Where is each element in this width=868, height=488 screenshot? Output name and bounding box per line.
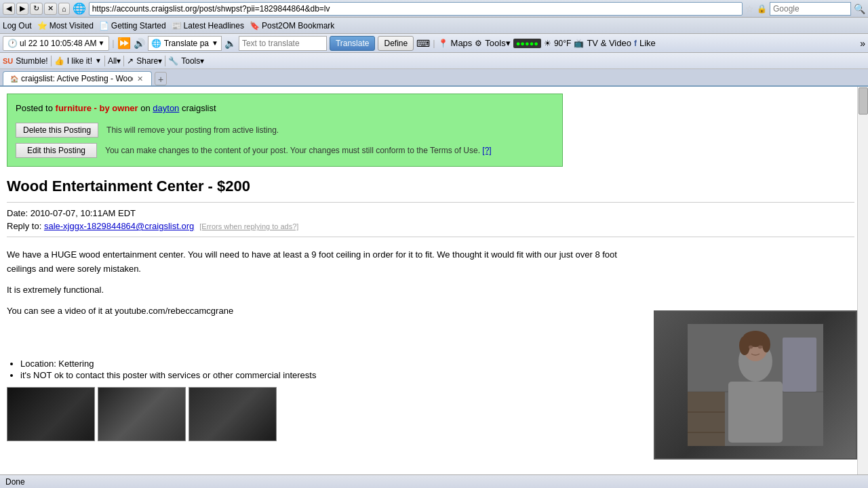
- site-text: craigslist: [179, 103, 216, 113]
- bookmark-getting-started[interactable]: 📄 Getting Started: [99, 21, 166, 30]
- translate-text-input[interactable]: [239, 36, 327, 51]
- category-link[interactable]: furniture: [56, 103, 92, 113]
- nav-buttons: ◀ ▶ ↻ ✕ ⌂: [3, 3, 70, 15]
- translate-dropdown[interactable]: 🌐 Translate pa ▼: [148, 36, 222, 51]
- city-link[interactable]: dayton: [153, 103, 179, 113]
- translate-flag-icon: 🌐: [151, 39, 161, 48]
- tv-icon: 📺: [574, 39, 584, 48]
- reply-to-row: Reply to: sale-xjggx-1829844864@craigsli…: [7, 221, 854, 231]
- tab-title: craigslist: Active Posting - Wood Ente..…: [21, 74, 133, 83]
- address-bar[interactable]: [89, 2, 743, 16]
- sun-icon: ☀: [544, 39, 551, 48]
- svg-point-8: [762, 336, 770, 352]
- ilike-button[interactable]: I like it!: [67, 56, 92, 66]
- edit-description: You can make changes to the content of y…: [105, 146, 492, 155]
- tab-close-button[interactable]: ✕: [136, 75, 144, 83]
- active-tab[interactable]: 🏠 craigslist: Active Posting - Wood Ente…: [3, 71, 152, 85]
- svg-point-7: [739, 336, 750, 355]
- sep5: [123, 56, 124, 66]
- audio-icon[interactable]: 🔊: [134, 38, 145, 49]
- home-button[interactable]: ⌂: [58, 3, 70, 15]
- time-display: 🕐 ul 22 10 10:05:48 AM ▼: [3, 36, 109, 51]
- ssl-icon: 🔒: [757, 4, 767, 14]
- tools2-icon: 🔧: [168, 56, 178, 66]
- thumbsup-icon: 👍: [54, 56, 64, 66]
- reply-email-link[interactable]: sale-xjggx-1829844864@craigslist.org: [44, 221, 194, 231]
- globe-icon: 🌐: [73, 2, 86, 15]
- book-icon: 📄: [99, 21, 109, 30]
- all-button[interactable]: All▾: [108, 56, 121, 66]
- status-bar: Done: [0, 474, 868, 488]
- scrollbar-thumb[interactable]: [859, 87, 868, 115]
- star-icon: ☆: [745, 3, 754, 14]
- bookmark-post2om[interactable]: 🔖 Post2OM Bookmark: [250, 21, 334, 30]
- post-body: We have a HUGE wood entertainment center…: [7, 248, 617, 318]
- thumbnail-2[interactable]: [98, 387, 186, 441]
- search-go-icon[interactable]: 🔍: [854, 3, 865, 14]
- errors-link[interactable]: [Errors when replying to ads?]: [199, 222, 298, 230]
- news-icon: 📰: [172, 21, 182, 30]
- like-label[interactable]: Like: [639, 38, 656, 48]
- back-button[interactable]: ◀: [3, 3, 15, 15]
- video-overlay: [654, 310, 857, 460]
- notification-box: Posted to furniture - by owner on dayton…: [7, 94, 563, 167]
- expand-icon[interactable]: »: [860, 38, 865, 49]
- maps-pin-icon: 📍: [438, 39, 448, 48]
- tools-label[interactable]: Tools▾: [485, 38, 510, 48]
- translate-button[interactable]: Translate: [330, 36, 376, 51]
- translate-dropdown-arrow: ▼: [212, 39, 218, 47]
- delete-posting-button[interactable]: Delete this Posting: [16, 123, 98, 138]
- stumbleupon-button[interactable]: Stumble!: [16, 56, 47, 66]
- fb-icon: f: [634, 39, 637, 48]
- tab-bar: 🏠 craigslist: Active Posting - Wood Ente…: [0, 69, 868, 87]
- post-date: Date: 2010-07-07, 10:11AM EDT: [7, 208, 854, 218]
- share-button[interactable]: Share▾: [136, 56, 162, 66]
- svg-rect-2: [783, 338, 816, 392]
- reply-label: Reply to:: [7, 221, 44, 231]
- post-title: Wood Entertainment Center - $200: [7, 178, 854, 195]
- search-input[interactable]: [770, 2, 851, 16]
- thumbnail-1[interactable]: [7, 387, 95, 441]
- caliber-widget: ●●●●●: [513, 39, 541, 48]
- browser-frame: ◀ ▶ ↻ ✕ ⌂ 🌐 ☆ 🔒 🔍 Log Out ⭐ Most Visited…: [0, 0, 868, 488]
- dropdown-arrow1[interactable]: ▼: [95, 57, 102, 64]
- edit-action-row: Edit this Posting You can make changes t…: [16, 143, 554, 158]
- video-svg: [688, 324, 823, 446]
- thumbnail-3[interactable]: [189, 387, 277, 441]
- stop-button[interactable]: ✕: [44, 3, 57, 15]
- secondary-toolbar: SU Stumble! 👍 I like it! ▼ All▾ ↗ Share▾…: [0, 53, 868, 69]
- refresh-button[interactable]: ↻: [30, 3, 43, 15]
- clock-icon: 🕐: [7, 39, 18, 48]
- posted-to-text: Posted to: [16, 103, 56, 113]
- terms-link[interactable]: [?]: [482, 146, 491, 155]
- bookmark-logout[interactable]: Log Out: [3, 21, 32, 30]
- separator2: |: [433, 38, 435, 48]
- on-text: on: [138, 103, 153, 113]
- tab-favicon: 🏠: [10, 75, 18, 83]
- keyboard-icon[interactable]: ⌨: [416, 38, 430, 49]
- scrollbar[interactable]: [857, 87, 868, 474]
- edit-posting-button[interactable]: Edit this Posting: [16, 143, 97, 158]
- by-owner-text: - by owner: [92, 103, 138, 113]
- translate-speaker-icon[interactable]: 🔈: [224, 38, 236, 49]
- tools2-button[interactable]: Tools▾: [181, 56, 204, 66]
- page-content: Posted to furniture - by owner on dayton…: [0, 87, 868, 474]
- svg-rect-5: [728, 382, 783, 443]
- stumbleupon-logo: SU: [3, 57, 13, 65]
- time-dropdown-icon[interactable]: ▼: [98, 39, 104, 47]
- bookmark-most-visited[interactable]: ⭐ Most Visited: [37, 21, 94, 30]
- forward-button[interactable]: ▶: [16, 3, 28, 15]
- bookmark-icon: 🔖: [250, 21, 260, 30]
- tv-label[interactable]: TV & Video: [587, 38, 631, 48]
- body-paragraph-1: We have a HUGE wood entertainment center…: [7, 248, 617, 277]
- define-button[interactable]: Define: [378, 36, 414, 51]
- bookmark-headlines[interactable]: 📰 Latest Headlines: [172, 21, 244, 30]
- delete-description: This will remove your posting from activ…: [106, 125, 279, 135]
- notification-text: Posted to furniture - by owner on dayton…: [16, 102, 554, 115]
- new-tab-button[interactable]: +: [155, 72, 167, 85]
- weather-label: 90°F: [554, 39, 571, 48]
- maps-label[interactable]: Maps: [451, 38, 473, 48]
- body-paragraph-3: You can see a video of it at youtube.com…: [7, 304, 617, 319]
- delete-action-row: Delete this Posting This will remove you…: [16, 123, 554, 138]
- forward-green-icon[interactable]: ⏩: [117, 37, 131, 49]
